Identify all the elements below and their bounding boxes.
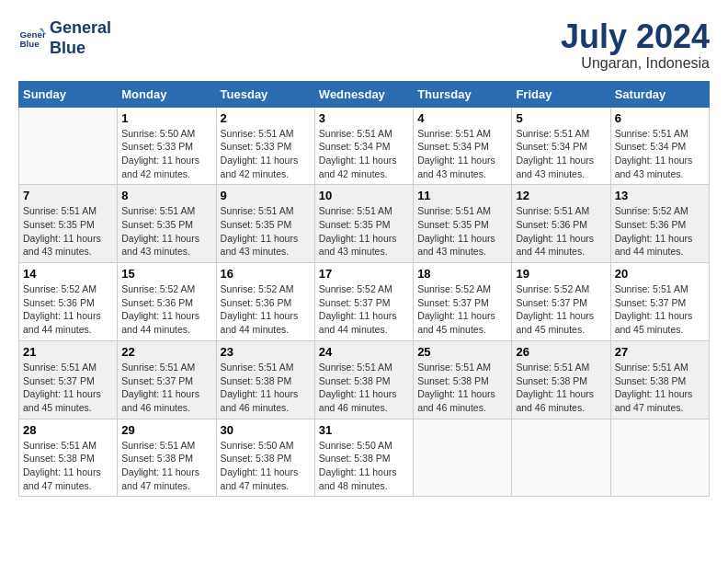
calendar-cell: 8Sunrise: 5:51 AM Sunset: 5:35 PM Daylig… bbox=[118, 185, 216, 263]
calendar-cell: 4Sunrise: 5:51 AM Sunset: 5:34 PM Daylig… bbox=[414, 107, 512, 185]
calendar-week-row: 7Sunrise: 5:51 AM Sunset: 5:35 PM Daylig… bbox=[19, 185, 710, 263]
calendar-cell: 6Sunrise: 5:51 AM Sunset: 5:34 PM Daylig… bbox=[610, 107, 709, 185]
calendar-cell: 5Sunrise: 5:51 AM Sunset: 5:34 PM Daylig… bbox=[512, 107, 610, 185]
day-info: Sunrise: 5:51 AM Sunset: 5:33 PM Dayligh… bbox=[221, 127, 311, 181]
day-number: 15 bbox=[121, 267, 211, 281]
logo-text: General Blue bbox=[50, 18, 111, 58]
day-number: 19 bbox=[516, 267, 606, 281]
calendar-cell bbox=[512, 419, 610, 497]
day-info: Sunrise: 5:51 AM Sunset: 5:37 PM Dayligh… bbox=[23, 361, 113, 415]
calendar-cell: 2Sunrise: 5:51 AM Sunset: 5:33 PM Daylig… bbox=[216, 107, 314, 185]
calendar-cell bbox=[610, 419, 709, 497]
day-info: Sunrise: 5:51 AM Sunset: 5:34 PM Dayligh… bbox=[319, 127, 409, 181]
day-number: 22 bbox=[121, 345, 211, 359]
calendar-cell: 24Sunrise: 5:51 AM Sunset: 5:38 PM Dayli… bbox=[314, 340, 413, 419]
calendar-cell: 19Sunrise: 5:52 AM Sunset: 5:37 PM Dayli… bbox=[512, 263, 610, 341]
calendar-cell: 30Sunrise: 5:50 AM Sunset: 5:38 PM Dayli… bbox=[216, 419, 314, 497]
day-number: 13 bbox=[615, 189, 705, 202]
day-number: 11 bbox=[417, 189, 507, 202]
calendar-week-row: 14Sunrise: 5:52 AM Sunset: 5:36 PM Dayli… bbox=[19, 263, 710, 341]
calendar-cell bbox=[414, 419, 512, 497]
column-header-saturday: Saturday bbox=[610, 81, 709, 107]
calendar-cell: 9Sunrise: 5:51 AM Sunset: 5:35 PM Daylig… bbox=[216, 185, 314, 263]
calendar-cell: 25Sunrise: 5:51 AM Sunset: 5:38 PM Dayli… bbox=[414, 340, 512, 419]
logo: General Blue General Blue bbox=[18, 18, 111, 58]
day-number: 14 bbox=[23, 267, 113, 281]
day-number: 9 bbox=[221, 189, 311, 202]
calendar-cell: 22Sunrise: 5:51 AM Sunset: 5:37 PM Dayli… bbox=[118, 340, 216, 419]
day-number: 20 bbox=[615, 267, 705, 281]
day-info: Sunrise: 5:52 AM Sunset: 5:36 PM Dayligh… bbox=[221, 282, 311, 337]
calendar-cell: 7Sunrise: 5:51 AM Sunset: 5:35 PM Daylig… bbox=[19, 185, 118, 263]
day-number: 26 bbox=[516, 345, 606, 359]
day-info: Sunrise: 5:52 AM Sunset: 5:36 PM Dayligh… bbox=[121, 282, 211, 337]
day-number: 1 bbox=[121, 111, 211, 125]
day-info: Sunrise: 5:51 AM Sunset: 5:34 PM Dayligh… bbox=[417, 127, 507, 181]
day-number: 17 bbox=[319, 267, 409, 281]
day-info: Sunrise: 5:52 AM Sunset: 5:36 PM Dayligh… bbox=[23, 282, 113, 337]
day-info: Sunrise: 5:52 AM Sunset: 5:37 PM Dayligh… bbox=[516, 282, 606, 337]
day-number: 24 bbox=[319, 345, 409, 359]
day-info: Sunrise: 5:51 AM Sunset: 5:34 PM Dayligh… bbox=[615, 127, 705, 181]
day-number: 29 bbox=[121, 423, 211, 437]
calendar-cell: 31Sunrise: 5:50 AM Sunset: 5:38 PM Dayli… bbox=[314, 419, 413, 497]
day-info: Sunrise: 5:52 AM Sunset: 5:36 PM Dayligh… bbox=[615, 204, 705, 259]
calendar-cell: 12Sunrise: 5:51 AM Sunset: 5:36 PM Dayli… bbox=[512, 185, 610, 263]
day-info: Sunrise: 5:52 AM Sunset: 5:37 PM Dayligh… bbox=[319, 282, 409, 337]
calendar-header-row: SundayMondayTuesdayWednesdayThursdayFrid… bbox=[19, 81, 710, 107]
calendar-table: SundayMondayTuesdayWednesdayThursdayFrid… bbox=[18, 81, 710, 498]
calendar-cell bbox=[19, 107, 118, 185]
day-info: Sunrise: 5:51 AM Sunset: 5:37 PM Dayligh… bbox=[121, 361, 211, 415]
day-number: 6 bbox=[615, 111, 705, 125]
calendar-cell: 28Sunrise: 5:51 AM Sunset: 5:38 PM Dayli… bbox=[19, 419, 118, 497]
title-section: July 2024 Ungaran, Indonesia bbox=[561, 18, 710, 72]
logo-line2: Blue bbox=[50, 39, 85, 57]
day-number: 23 bbox=[221, 345, 311, 359]
column-header-sunday: Sunday bbox=[19, 81, 118, 107]
day-number: 27 bbox=[615, 345, 705, 359]
day-number: 25 bbox=[417, 345, 507, 359]
day-info: Sunrise: 5:51 AM Sunset: 5:38 PM Dayligh… bbox=[516, 361, 606, 415]
day-number: 8 bbox=[121, 189, 211, 202]
calendar-cell: 11Sunrise: 5:51 AM Sunset: 5:35 PM Dayli… bbox=[414, 185, 512, 263]
day-info: Sunrise: 5:51 AM Sunset: 5:38 PM Dayligh… bbox=[221, 361, 311, 415]
day-info: Sunrise: 5:51 AM Sunset: 5:37 PM Dayligh… bbox=[615, 282, 705, 337]
day-info: Sunrise: 5:51 AM Sunset: 5:35 PM Dayligh… bbox=[121, 204, 211, 259]
calendar-cell: 3Sunrise: 5:51 AM Sunset: 5:34 PM Daylig… bbox=[314, 107, 413, 185]
day-number: 12 bbox=[516, 189, 606, 202]
day-info: Sunrise: 5:51 AM Sunset: 5:35 PM Dayligh… bbox=[319, 204, 409, 259]
day-number: 18 bbox=[417, 267, 507, 281]
day-info: Sunrise: 5:51 AM Sunset: 5:36 PM Dayligh… bbox=[516, 204, 606, 259]
day-info: Sunrise: 5:51 AM Sunset: 5:38 PM Dayligh… bbox=[121, 439, 211, 493]
day-number: 3 bbox=[319, 111, 409, 125]
svg-text:Blue: Blue bbox=[20, 39, 40, 49]
calendar-cell: 15Sunrise: 5:52 AM Sunset: 5:36 PM Dayli… bbox=[118, 263, 216, 341]
page-header: General Blue General Blue July 2024 Unga… bbox=[18, 18, 710, 72]
day-info: Sunrise: 5:51 AM Sunset: 5:38 PM Dayligh… bbox=[319, 361, 409, 415]
calendar-cell: 27Sunrise: 5:51 AM Sunset: 5:38 PM Dayli… bbox=[610, 340, 709, 419]
day-number: 16 bbox=[221, 267, 311, 281]
column-header-monday: Monday bbox=[118, 81, 216, 107]
day-number: 7 bbox=[23, 189, 113, 202]
calendar-cell: 10Sunrise: 5:51 AM Sunset: 5:35 PM Dayli… bbox=[314, 185, 413, 263]
day-info: Sunrise: 5:51 AM Sunset: 5:35 PM Dayligh… bbox=[221, 204, 311, 259]
day-number: 5 bbox=[516, 111, 606, 125]
day-number: 31 bbox=[319, 423, 409, 437]
calendar-cell: 1Sunrise: 5:50 AM Sunset: 5:33 PM Daylig… bbox=[118, 107, 216, 185]
month-year: July 2024 bbox=[561, 18, 710, 55]
calendar-cell: 23Sunrise: 5:51 AM Sunset: 5:38 PM Dayli… bbox=[216, 340, 314, 419]
day-number: 21 bbox=[23, 345, 113, 359]
day-info: Sunrise: 5:51 AM Sunset: 5:34 PM Dayligh… bbox=[516, 127, 606, 181]
calendar-week-row: 21Sunrise: 5:51 AM Sunset: 5:37 PM Dayli… bbox=[19, 340, 710, 419]
day-info: Sunrise: 5:50 AM Sunset: 5:33 PM Dayligh… bbox=[121, 127, 211, 181]
day-info: Sunrise: 5:51 AM Sunset: 5:35 PM Dayligh… bbox=[417, 204, 507, 259]
day-info: Sunrise: 5:51 AM Sunset: 5:38 PM Dayligh… bbox=[615, 361, 705, 415]
calendar-cell: 13Sunrise: 5:52 AM Sunset: 5:36 PM Dayli… bbox=[610, 185, 709, 263]
day-number: 2 bbox=[221, 111, 311, 125]
calendar-week-row: 1Sunrise: 5:50 AM Sunset: 5:33 PM Daylig… bbox=[19, 107, 710, 185]
calendar-cell: 21Sunrise: 5:51 AM Sunset: 5:37 PM Dayli… bbox=[19, 340, 118, 419]
column-header-thursday: Thursday bbox=[414, 81, 512, 107]
calendar-cell: 20Sunrise: 5:51 AM Sunset: 5:37 PM Dayli… bbox=[610, 263, 709, 341]
calendar-cell: 29Sunrise: 5:51 AM Sunset: 5:38 PM Dayli… bbox=[118, 419, 216, 497]
logo-line1: General bbox=[50, 18, 111, 37]
